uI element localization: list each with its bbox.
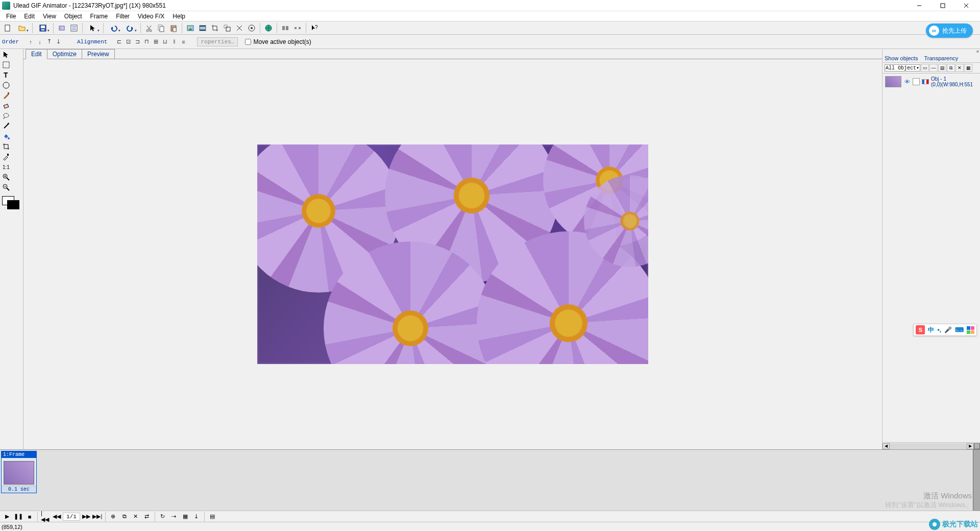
align-center-h-button[interactable]: ⊡ (124, 37, 133, 47)
menu-file[interactable]: File (2, 12, 20, 21)
preferences-button[interactable] (68, 22, 80, 34)
bring-top-button[interactable]: ⤒ (44, 37, 54, 47)
panel-close-button[interactable]: × (883, 49, 980, 54)
menu-videofx[interactable]: Video F/X (134, 12, 168, 21)
new-button[interactable] (2, 22, 13, 34)
undo-button[interactable] (106, 22, 121, 34)
menu-view[interactable]: View (39, 12, 60, 21)
object-lock-box[interactable] (913, 78, 920, 85)
tween-button[interactable]: ⇢ (169, 512, 179, 521)
selection-tool-button[interactable] (85, 22, 101, 34)
frame-1-duration[interactable]: 0.1 sec (2, 486, 36, 493)
paste-button[interactable] (168, 22, 179, 34)
export-button[interactable]: ⤓ (191, 512, 202, 521)
crop-tool[interactable] (1, 142, 11, 151)
reverse-frames-button[interactable]: ⇄ (142, 512, 152, 521)
align-top-button[interactable]: ⊓ (142, 37, 151, 47)
distribute-h-button[interactable]: ⫴ (169, 37, 179, 47)
delete-object-button[interactable]: ✕ (955, 64, 964, 72)
preview-browser-button[interactable] (263, 22, 274, 34)
zoom-out-tool[interactable] (1, 183, 11, 192)
canvas-image[interactable] (257, 144, 648, 364)
foreground-color-swatch[interactable] (7, 200, 19, 209)
show-all-button[interactable]: ▭ (921, 64, 929, 72)
save-button[interactable] (35, 22, 51, 34)
eraser-tool[interactable] (1, 101, 11, 110)
send-back-button[interactable]: ↓ (35, 37, 44, 47)
distribute-objects-button[interactable] (292, 22, 303, 34)
crop-button[interactable] (209, 22, 220, 34)
minimize-button[interactable] (908, 0, 931, 11)
menu-object[interactable]: Object (60, 12, 86, 21)
scroll-left-button[interactable]: ◀ (883, 443, 890, 449)
align-center-v-button[interactable]: ⊞ (151, 37, 160, 47)
zoom-in-tool[interactable] (1, 173, 11, 182)
marquee-tool[interactable] (1, 60, 11, 69)
resize-button[interactable] (222, 22, 233, 34)
prev-frame-button[interactable]: ◀◀ (52, 512, 62, 521)
menu-frame[interactable]: Frame (86, 12, 112, 21)
hide-button[interactable]: — (929, 64, 938, 72)
tab-edit[interactable]: Edit (26, 49, 47, 59)
canvas-area[interactable] (23, 59, 882, 449)
delete-frame-button[interactable]: ✕ (131, 512, 141, 521)
menu-filter[interactable]: Filter (112, 12, 134, 21)
cut-button[interactable] (143, 22, 155, 34)
object-filter-select[interactable]: All Object▾ (885, 64, 920, 71)
move-active-checkbox-wrap[interactable]: Move active object(s) (245, 38, 311, 45)
open-button[interactable] (14, 22, 30, 34)
scroll-right-button[interactable]: ▶ (967, 443, 974, 449)
object-panel-scrollbar[interactable]: ◀ ▶ (883, 442, 980, 449)
align-bottom-button[interactable]: ⊔ (160, 37, 169, 47)
visibility-icon[interactable]: 👁 (903, 78, 911, 85)
actual-size-button[interactable]: 1:1 (1, 162, 11, 172)
align-objects-button[interactable] (280, 22, 291, 34)
ime-language-button[interactable]: 中 (928, 326, 934, 334)
align-left-button[interactable]: ⊏ (114, 37, 124, 47)
ime-apps-icon[interactable] (967, 326, 974, 334)
magic-wand-tool[interactable]: ✦ (1, 122, 11, 131)
duplicate-frame-button[interactable]: ⧉ (119, 512, 130, 521)
timeline-resize-grip[interactable] (973, 450, 980, 511)
loop-button[interactable]: ↻ (158, 512, 168, 521)
ime-punct-button[interactable]: •, (937, 326, 941, 333)
send-bottom-button[interactable]: ⤓ (54, 37, 63, 47)
ime-toolbar[interactable]: S 中 •, 🎤 ⌨ (913, 324, 977, 336)
help-cursor-button[interactable]: ? (309, 22, 320, 34)
frame-properties-button[interactable]: ▦ (180, 512, 190, 521)
eyedropper-tool[interactable] (1, 152, 11, 161)
ime-keyboard-button[interactable]: ⌨ (955, 326, 964, 333)
object-row[interactable]: 👁 Obj - 1 (0,0)(W:980,H:551 (884, 75, 979, 89)
redo-button[interactable] (122, 22, 138, 34)
shape-tool[interactable] (1, 81, 11, 90)
move-active-checkbox[interactable] (245, 39, 251, 45)
object-menu-button[interactable]: ▦ (964, 64, 972, 72)
first-frame-button[interactable]: |◀◀ (40, 512, 51, 521)
align-right-button[interactable]: ⊐ (133, 37, 142, 47)
duplicate-object-button[interactable]: ⧉ (947, 64, 955, 72)
tab-preview[interactable]: Preview (82, 49, 115, 59)
resize-grip[interactable] (974, 443, 980, 449)
stop-button[interactable]: ■ (24, 512, 35, 521)
menu-help[interactable]: Help (168, 12, 189, 21)
next-frame-button[interactable]: ▶▶ (81, 512, 91, 521)
frame-settings-button[interactable]: ▤ (207, 512, 217, 521)
color-swatches[interactable] (2, 196, 22, 209)
brush-tool[interactable] (1, 91, 11, 100)
pause-button[interactable]: ❚❚ (13, 512, 23, 521)
new-object-button[interactable]: ▤ (938, 64, 946, 72)
upload-badge[interactable]: ∞ 抢先上传 (926, 23, 973, 38)
copy-button[interactable] (156, 22, 167, 34)
add-image-button[interactable] (185, 22, 196, 34)
properties-button[interactable] (246, 22, 257, 34)
properties-panel-button[interactable]: roperties… (197, 37, 238, 46)
text-tool[interactable]: T (1, 70, 11, 80)
distribute-v-button[interactable]: ≡ (179, 37, 188, 47)
add-video-button[interactable] (197, 22, 208, 34)
play-button[interactable]: ▶ (2, 512, 12, 521)
last-frame-button[interactable]: ▶▶| (92, 512, 103, 521)
lasso-tool[interactable] (1, 111, 11, 120)
delete-button[interactable] (234, 22, 245, 34)
fill-tool[interactable] (1, 132, 11, 141)
ime-voice-button[interactable]: 🎤 (944, 326, 952, 333)
